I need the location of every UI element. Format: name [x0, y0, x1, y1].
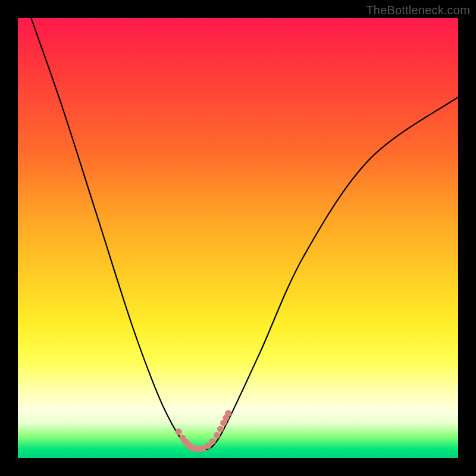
curve-layer	[18, 18, 458, 458]
valley-dot	[214, 432, 220, 439]
valley-dot	[176, 428, 182, 435]
chart-frame: TheBottleneck.com	[0, 0, 476, 476]
bottleneck-curve	[31, 18, 458, 450]
watermark-text: TheBottleneck.com	[366, 4, 470, 17]
plot-area	[18, 18, 458, 458]
valley-dot	[217, 426, 224, 433]
valley-dot	[209, 438, 216, 444]
valley-dot	[225, 410, 231, 416]
